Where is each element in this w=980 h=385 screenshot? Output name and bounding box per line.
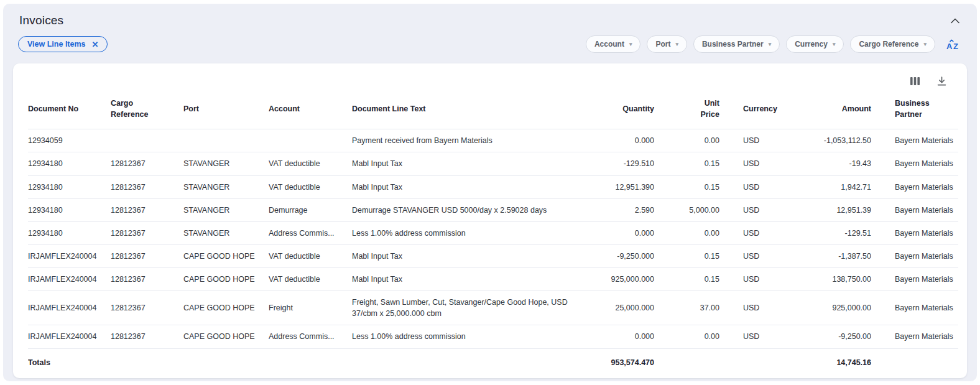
close-icon[interactable]: ✕: [92, 40, 99, 49]
column-header-port[interactable]: Port: [183, 94, 269, 129]
cell-document-line-text: Demurrage STAVANGER USD 5000/day x 2.590…: [352, 198, 596, 221]
sort-alphabetical-button[interactable]: A Z: [945, 37, 962, 52]
column-header-currency[interactable]: Currency: [724, 94, 770, 129]
cell-currency: USD: [724, 198, 770, 221]
column-header-document-line-text[interactable]: Document Line Text: [352, 94, 596, 129]
cell-port: STAVANGER: [183, 175, 269, 198]
cell-amount: -1,053,112.50: [770, 129, 876, 152]
cell-currency: USD: [724, 268, 770, 291]
cell-amount: -129.51: [770, 221, 876, 244]
table-row[interactable]: 1293418012812367STAVANGERDemurrageDemurr…: [28, 198, 958, 221]
cell-cargo-reference: 12812367: [111, 325, 183, 348]
cell-account: VAT deductible: [269, 244, 352, 267]
collapse-panel-button[interactable]: [950, 16, 961, 26]
table-row[interactable]: 1293418012812367STAVANGERAddress Commis.…: [28, 221, 958, 244]
cell-port: STAVANGER: [183, 198, 269, 221]
totals-quantity: 953,574.470: [596, 348, 659, 378]
sort-alphabetical-icon: A Z: [946, 43, 961, 52]
cell-document-line-text: Payment received from Bayern Materials: [352, 129, 596, 152]
cell-currency: USD: [724, 175, 770, 198]
cell-document-line-text: Mabl Input Tax: [352, 152, 596, 175]
cell-unit-price: 5,000.00: [659, 198, 724, 221]
filter-cargo-reference[interactable]: Cargo Reference ▾: [850, 35, 935, 53]
table-row[interactable]: 12934059Payment received from Bayern Mat…: [28, 129, 958, 152]
view-line-items-chip[interactable]: View Line Items ✕: [18, 36, 108, 52]
cell-amount: 12,951.39: [770, 198, 876, 221]
filter-currency[interactable]: Currency ▾: [786, 35, 844, 53]
cell-document-no: IRJAMFLEX240004: [28, 325, 111, 348]
totals-row: Totals 953,574.470 14,745.16: [28, 348, 958, 378]
cell-currency: USD: [724, 221, 770, 244]
cell-amount: -19.43: [770, 152, 876, 175]
cell-unit-price: 0.00: [659, 221, 724, 244]
chevron-down-icon: ▾: [769, 42, 772, 47]
cell-cargo-reference: 12812367: [111, 221, 183, 244]
cell-port: CAPE GOOD HOPE: [183, 325, 269, 348]
cell-port: [183, 129, 269, 152]
download-icon: [936, 79, 947, 88]
cell-account: Address Commis...: [269, 221, 352, 244]
download-button[interactable]: [935, 75, 948, 88]
column-header-document-no[interactable]: Document No: [28, 94, 111, 129]
cell-account: Demurrage: [269, 198, 352, 221]
invoices-table: Document No Cargo Reference Port Account…: [28, 94, 958, 378]
filter-business-partner[interactable]: Business Partner ▾: [693, 35, 780, 53]
cell-account: VAT deductible: [269, 175, 352, 198]
cell-quantity: 925,000.000: [596, 268, 659, 291]
cell-quantity: 0.000: [596, 325, 659, 348]
totals-empty: [659, 348, 724, 378]
cell-document-line-text: Freight, Sawn Lumber, Cut, Stavanger/Cap…: [352, 291, 596, 325]
manage-columns-button[interactable]: [908, 75, 922, 87]
table-row[interactable]: IRJAMFLEX24000412812367CAPE GOOD HOPEVAT…: [28, 244, 958, 267]
cell-port: STAVANGER: [183, 152, 269, 175]
cell-unit-price: 0.15: [659, 175, 724, 198]
filter-label: Account: [594, 40, 624, 49]
cell-unit-price: 0.00: [659, 129, 724, 152]
cell-document-no: IRJAMFLEX240004: [28, 244, 111, 267]
cell-document-no: 12934180: [28, 175, 111, 198]
table-body: 12934059Payment received from Bayern Mat…: [28, 129, 958, 348]
filter-account[interactable]: Account ▾: [586, 35, 641, 53]
cell-business-partner: Bayern Materials: [876, 221, 958, 244]
cell-business-partner: Bayern Materials: [876, 152, 958, 175]
column-header-account[interactable]: Account: [269, 94, 352, 129]
cell-amount: -1,387.50: [770, 244, 876, 267]
column-header-unit-price[interactable]: Unit Price: [659, 94, 724, 129]
cell-business-partner: Bayern Materials: [876, 268, 958, 291]
invoices-panel: Invoices View Line Items ✕ Account ▾ Por…: [3, 4, 977, 381]
svg-text:Z: Z: [953, 42, 958, 50]
table-row[interactable]: 1293418012812367STAVANGERVAT deductibleM…: [28, 175, 958, 198]
table-row[interactable]: 1293418012812367STAVANGERVAT deductibleM…: [28, 152, 958, 175]
cell-document-no: IRJAMFLEX240004: [28, 268, 111, 291]
filter-port[interactable]: Port ▾: [647, 35, 687, 53]
column-header-cargo-reference[interactable]: Cargo Reference: [111, 94, 183, 129]
totals-empty: [269, 348, 352, 378]
cell-unit-price: 0.15: [659, 268, 724, 291]
cell-cargo-reference: 12812367: [111, 291, 183, 325]
table-row[interactable]: IRJAMFLEX24000412812367CAPE GOOD HOPEVAT…: [28, 268, 958, 291]
chevron-down-icon: ▾: [833, 42, 836, 47]
cell-quantity: 2.590: [596, 198, 659, 221]
cell-document-no: IRJAMFLEX240004: [28, 291, 111, 325]
column-header-amount[interactable]: Amount: [770, 94, 876, 129]
table-toolbar: [28, 71, 952, 94]
cell-document-line-text: Mabl Input Tax: [352, 244, 596, 267]
cell-currency: USD: [724, 244, 770, 267]
table-row[interactable]: IRJAMFLEX24000412812367CAPE GOOD HOPEAdd…: [28, 325, 958, 348]
column-header-quantity[interactable]: Quantity: [596, 94, 659, 129]
table-row[interactable]: IRJAMFLEX24000412812367CAPE GOOD HOPEFre…: [28, 291, 958, 325]
filter-dropdowns: Account ▾ Port ▾ Business Partner ▾ Curr…: [586, 35, 935, 53]
cell-account: Freight: [269, 291, 352, 325]
column-header-business-partner[interactable]: Business Partner: [876, 94, 958, 129]
cell-unit-price: 0.00: [659, 325, 724, 348]
cell-business-partner: Bayern Materials: [876, 129, 958, 152]
cell-port: STAVANGER: [183, 221, 269, 244]
cell-quantity: 0.000: [596, 221, 659, 244]
cell-account: VAT deductible: [269, 268, 352, 291]
totals-empty: [876, 348, 958, 378]
cell-business-partner: Bayern Materials: [876, 291, 958, 325]
cell-quantity: 12,951.390: [596, 175, 659, 198]
panel-header: Invoices: [3, 4, 977, 27]
cell-amount: 1,942.71: [770, 175, 876, 198]
filter-bar: View Line Items ✕ Account ▾ Port ▾ Busin…: [3, 35, 977, 53]
